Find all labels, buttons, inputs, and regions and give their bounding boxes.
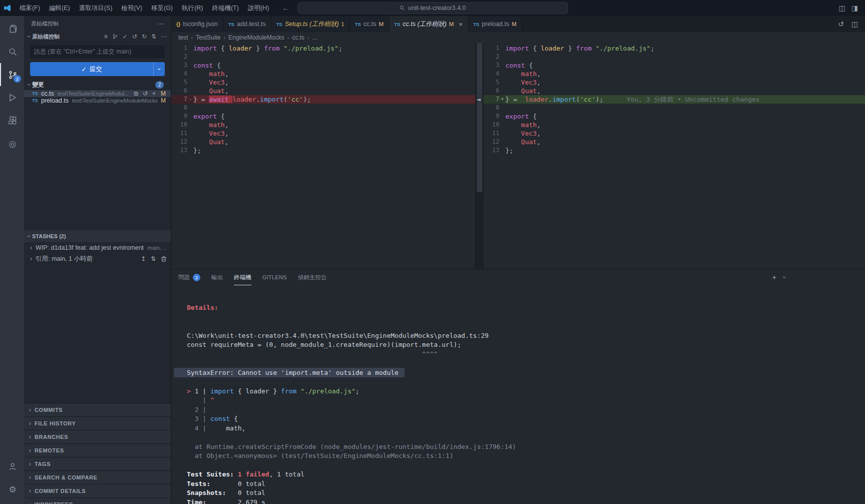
terminal-line: 2 |: [187, 405, 865, 415]
settings-gear-icon[interactable]: ⚙: [0, 478, 24, 501]
new-terminal-icon[interactable]: +: [772, 273, 776, 281]
account-icon[interactable]: [0, 455, 24, 478]
diff-modified-pane[interactable]: 1import { loader } from "./preload.js";2…: [483, 43, 865, 269]
undo-icon[interactable]: ↺: [132, 33, 137, 40]
editor-tab[interactable]: TScc.tsM: [350, 16, 389, 32]
menu-item[interactable]: 執行(R): [177, 0, 207, 16]
editor-tab[interactable]: TSadd.test.ts: [223, 16, 271, 32]
extensions-icon[interactable]: [0, 109, 24, 132]
commit-message-input[interactable]: [30, 45, 165, 58]
close-icon[interactable]: ×: [459, 21, 463, 28]
sidebar-section-branches[interactable]: ›BRANCHES: [24, 430, 171, 443]
scrollbar-thumb[interactable]: [477, 43, 482, 192]
code-content: };: [505, 146, 865, 155]
commit-button[interactable]: ✓ 提交 ›: [30, 62, 165, 76]
source-control-icon[interactable]: 2: [0, 63, 24, 86]
panel-tab[interactable]: 問題2: [178, 269, 200, 285]
breadcrumb-item[interactable]: EngineModuleMocks: [228, 34, 284, 41]
changes-section-header[interactable]: › 變更 2: [24, 79, 171, 90]
sidebar-section-file-history[interactable]: ›FILE HISTORY: [24, 416, 171, 430]
scm-file-row[interactable]: TSpreload.tstest\TestSuite\EngineModuleM…: [24, 97, 171, 104]
menu-item[interactable]: 檔案(F): [15, 0, 45, 16]
remote-explorer-icon[interactable]: ◎: [0, 132, 24, 155]
line-number: 6: [483, 87, 505, 95]
chevron-right-icon: ›: [29, 433, 31, 440]
diff-scrollbar[interactable]: [475, 43, 483, 269]
stash-item[interactable]: ›引用: main, 1 小時前↥⇅: [24, 253, 171, 264]
stage-changes-icon[interactable]: +: [152, 90, 156, 97]
chevron-right-icon: ›: [223, 35, 225, 41]
sidebar-section-worktrees[interactable]: ›WORKTREES: [24, 497, 171, 504]
commit-button-main[interactable]: ✓ 提交: [30, 62, 153, 76]
apply-stash-icon[interactable]: ↥: [141, 255, 146, 262]
run-debug-icon[interactable]: [0, 86, 24, 109]
stashes-section-header[interactable]: › STASHES (2): [24, 230, 171, 242]
sidebar-section-search-compare[interactable]: ›SEARCH & COMPARE: [24, 470, 171, 484]
file-name: cc.ts: [41, 90, 54, 97]
file-type-icon: TS: [276, 22, 282, 27]
commit-check-icon[interactable]: ✓: [123, 33, 128, 40]
breadcrumb-item[interactable]: cc.ts: [292, 34, 305, 41]
discard-changes-icon[interactable]: ↺: [143, 90, 148, 97]
explorer-icon[interactable]: [0, 17, 24, 40]
git-modified-badge: M: [379, 21, 384, 27]
terminal-line: [187, 433, 865, 442]
more-actions-icon[interactable]: ⋯: [157, 20, 164, 28]
breadcrumb-item[interactable]: test: [178, 34, 188, 41]
stash-meta: main, ...: [147, 245, 167, 251]
sidebar-section-tags[interactable]: ›TAGS: [24, 457, 171, 470]
terminal-output[interactable]: Details:C:\Work\unit-test-creator3.4.0\t…: [171, 285, 865, 504]
menu-item[interactable]: 移至(G): [147, 0, 177, 16]
sidebar-section-commits[interactable]: ›COMMITS: [24, 403, 171, 416]
commit-graph-icon[interactable]: [112, 34, 118, 40]
revert-change-arrow-icon[interactable]: →: [475, 95, 483, 104]
pop-stash-icon[interactable]: ⇅: [151, 255, 156, 262]
refresh-icon[interactable]: ↻: [142, 33, 147, 40]
back-icon[interactable]: ←: [282, 4, 290, 12]
more-actions-icon[interactable]: ⋯: [161, 33, 167, 40]
diff-editor[interactable]: 1import { loader } from "./preload.js";2…: [171, 43, 865, 269]
breadcrumb-item[interactable]: ...: [312, 34, 317, 41]
breadcrumb-item[interactable]: TestSuite: [196, 34, 220, 41]
menu-item[interactable]: 終端機(T): [207, 0, 243, 16]
menu-item[interactable]: 選取項目(S): [75, 0, 117, 16]
delete-stash-icon[interactable]: [161, 256, 167, 262]
file-path: test\TestSuite\EngineModul...: [58, 91, 134, 97]
changes-count-badge: 2: [155, 81, 164, 89]
menu-item[interactable]: 檢視(V): [117, 0, 147, 16]
sync-icon[interactable]: ⇅: [151, 33, 156, 40]
editor-tab[interactable]: TScc.ts (工作樹狀)M×: [389, 16, 468, 32]
diff-original-pane[interactable]: 1import { loader } from "./preload.js";2…: [171, 43, 475, 269]
editor-tab[interactable]: {}tsconfig.json: [171, 16, 223, 32]
open-file-icon[interactable]: ⧉: [134, 90, 138, 97]
layout-customize-icon[interactable]: ◨: [851, 4, 858, 12]
line-number: 13: [483, 146, 505, 155]
layout-panel-icon[interactable]: ◫: [839, 4, 845, 12]
split-editor-icon[interactable]: ◫: [851, 20, 858, 28]
code-line: 7+} = loader.import('cc');You, 3 分鐘前 • U…: [483, 95, 865, 104]
panel-tab[interactable]: 終端機: [234, 269, 251, 285]
search-icon[interactable]: [0, 40, 24, 63]
commit-dropdown-button[interactable]: ›: [154, 62, 165, 76]
history-icon[interactable]: ↺: [838, 20, 844, 28]
chevron-down-icon[interactable]: ›: [780, 276, 788, 278]
menu-item[interactable]: 說明(H): [243, 0, 273, 16]
view-as-list-icon[interactable]: ≡: [104, 33, 108, 40]
panel-tab[interactable]: 輸出: [211, 269, 223, 285]
chevron-right-icon: ›: [287, 35, 289, 41]
code-line: 11 Vec3,: [483, 129, 865, 138]
terminal-line: [187, 313, 865, 322]
panel-tab[interactable]: GITLENS: [262, 269, 287, 285]
command-center-search[interactable]: unit-test-creator3.4.0: [298, 2, 568, 14]
editor-tab[interactable]: TSSetup.ts (工作樹狀)1: [271, 16, 350, 32]
panel-tab[interactable]: 偵錯主控台: [298, 269, 327, 285]
sidebar-section-commit-details[interactable]: ›COMMIT DETAILS: [24, 484, 171, 497]
menu-item[interactable]: 編輯(E): [45, 0, 75, 16]
sidebar-section-remotes[interactable]: ›REMOTES: [24, 443, 171, 457]
code-line: 5 Vec3,: [171, 78, 475, 87]
editor-tab[interactable]: TSpreload.tsM: [468, 16, 522, 32]
scm-file-row[interactable]: TScc.tstest\TestSuite\EngineModul...⧉↺+M: [24, 90, 171, 97]
terminal-line: > 1 | import { loader } from "./preload.…: [187, 387, 865, 396]
stash-item[interactable]: ›WIP: d1da13f feat: add jest evniromentm…: [24, 242, 171, 253]
scm-section-header[interactable]: › 原始檔控制 ≡ ✓ ↺ ↻ ⇅ ⋯: [24, 31, 171, 42]
